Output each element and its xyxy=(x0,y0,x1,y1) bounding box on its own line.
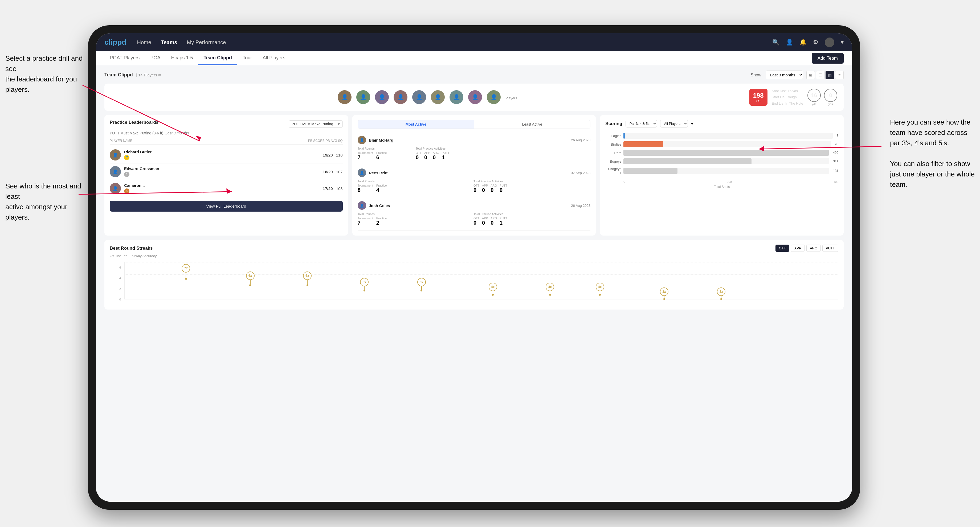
filter-putt[interactable]: PUTT xyxy=(822,244,838,252)
lb-avatar-3: 👤 xyxy=(110,183,121,194)
nav-icons: 🔍 👤 🔔 ⚙ ▾ xyxy=(772,38,844,47)
shot-distance: 16 yds 0 yds xyxy=(807,89,837,106)
bell-icon[interactable]: 🔔 xyxy=(799,39,807,46)
lb-dropdown[interactable]: PUTT Must Make Putting... ▾ xyxy=(289,120,343,128)
activity-stats-3: Total Rounds Tournament7 Practice2 Total… xyxy=(358,213,591,227)
tab-pgat-players[interactable]: PGAT Players xyxy=(104,51,145,65)
view-table-btn[interactable]: ≡ xyxy=(835,71,844,79)
streaks-plot-area: 7x 6x 6x xyxy=(124,262,838,300)
streak-point-3: 6x xyxy=(303,271,312,286)
player-avatar-8[interactable]: 👤 xyxy=(468,90,482,104)
shot-badge: 198 SC xyxy=(749,89,767,106)
nav-my-performance[interactable]: My Performance xyxy=(187,40,226,46)
view-full-leaderboard-button[interactable]: View Full Leaderboard xyxy=(110,201,343,211)
tab-hcaps[interactable]: Hcaps 1-5 xyxy=(165,51,198,65)
streak-point-1: 7x xyxy=(181,264,190,280)
lb-avg-2: 107 xyxy=(336,170,343,174)
lb-avg-1: 110 xyxy=(336,153,343,157)
player-avatar-5[interactable]: 👤 xyxy=(412,90,426,104)
annotation-top-right: Here you can see how the team have score… xyxy=(890,117,975,190)
bar-fill-pars xyxy=(624,150,829,156)
tab-team-clippd[interactable]: Team Clippd xyxy=(198,51,237,65)
tablet-screen: clippd Home Teams My Performance 🔍 👤 🔔 ⚙… xyxy=(96,33,852,502)
streak-point-6: 4x xyxy=(488,283,497,296)
activity-stats-2: Total Rounds Tournament8 Practice4 Total… xyxy=(358,179,591,195)
nav-links: Home Teams My Performance xyxy=(137,40,772,46)
lb-columns-header: PLAYER NAME PB SCORE PB AVG SQ xyxy=(110,139,343,144)
streaks-y-axis: 6 4 2 0 xyxy=(110,262,123,305)
scoring-title: Scoring xyxy=(605,121,622,126)
nav-teams[interactable]: Teams xyxy=(161,40,177,46)
player-avatar-7[interactable]: 👤 xyxy=(450,90,463,104)
lb-player-info-2: Edward Crossman 2 xyxy=(124,167,320,177)
bar-fill-birdies xyxy=(624,141,663,147)
activity-player-3: 👤 Josh Coles 26 Aug 2023 Total Rounds To… xyxy=(358,198,591,231)
nav-home[interactable]: Home xyxy=(137,40,151,46)
nav-logo: clippd xyxy=(104,38,126,46)
player-avatar-9[interactable]: 👤 xyxy=(487,90,501,104)
lb-row-3: 👤 Cameron... 3 17/20 103 xyxy=(110,180,343,197)
bar-val-pars: 499 xyxy=(833,151,838,155)
filter-app[interactable]: APP xyxy=(791,244,805,252)
scoring-par-filter[interactable]: Par 3, 4 & 5s xyxy=(625,120,657,127)
bar-eagles: Eagles 3 xyxy=(605,133,838,139)
bar-fill-bogeys xyxy=(624,158,751,164)
add-team-button[interactable]: Add Team xyxy=(812,53,844,63)
activity-tabs: Most Active Least Active xyxy=(358,120,591,129)
scoring-player-filter[interactable]: All Players xyxy=(660,120,688,127)
streaks-chart: 6 4 2 0 7x xyxy=(110,262,838,305)
activity-player-3-header: 👤 Josh Coles 26 Aug 2023 xyxy=(358,201,591,210)
streaks-header: Best Round Streaks OTT APP ARG PUTT xyxy=(110,244,838,252)
lb-score-2: 18/20 xyxy=(323,170,333,174)
activity-name-3: Josh Coles xyxy=(369,203,390,208)
chart-axis: 0 200 400 xyxy=(605,180,838,183)
lb-row-2: 👤 Edward Crossman 2 18/20 107 xyxy=(110,163,343,180)
lb-header: Practice Leaderboards PUTT Must Make Put… xyxy=(110,120,343,128)
chevron-down-icon[interactable]: ▾ xyxy=(841,39,844,46)
bar-val-dbogeys: 131 xyxy=(833,169,838,173)
tab-pga[interactable]: PGA xyxy=(145,51,165,65)
subnav: PGAT Players PGA Hcaps 1-5 Team Clippd T… xyxy=(96,51,852,65)
view-grid-btn[interactable]: ⊞ xyxy=(807,71,815,79)
activity-panel: Most Active Least Active 👤 Blair McHarg … xyxy=(352,115,596,236)
streak-point-4: 5x xyxy=(360,278,369,291)
users-icon[interactable]: 👤 xyxy=(786,39,793,46)
player-avatar-4[interactable]: 👤 xyxy=(394,90,407,104)
filter-ott[interactable]: OTT xyxy=(775,244,789,252)
lb-avg-3: 103 xyxy=(336,186,343,191)
filter-arg[interactable]: ARG xyxy=(807,244,821,252)
annotation-bottom-left: See who is the most and least active amo… xyxy=(5,181,83,222)
activity-date-1: 26 Aug 2023 xyxy=(571,138,590,142)
activity-stats-1: Total Rounds Tournament7 Practice6 Total… xyxy=(358,147,591,162)
lb-score-1: 19/20 xyxy=(323,153,333,157)
tab-tour[interactable]: Tour xyxy=(237,51,257,65)
player-avatar-3[interactable]: 👤 xyxy=(375,90,389,104)
view-card-btn[interactable]: ▦ xyxy=(826,71,834,79)
view-list-btn[interactable]: ☰ xyxy=(816,71,824,79)
players-row: 👤 👤 👤 👤 👤 👤 👤 👤 👤 Players 198 SC xyxy=(104,84,844,111)
scoring-header: Scoring Par 3, 4 & 5s All Players ▾ xyxy=(605,120,838,127)
lb-row-1: 👤 Richard Butler 🏅 19/20 110 xyxy=(110,147,343,163)
activity-avatar-2: 👤 xyxy=(358,168,366,177)
shot-info: Shot Dist: 16 yds Start Lie: Rough End L… xyxy=(772,88,803,106)
bar-fill-dbogeys xyxy=(624,168,677,174)
player-avatar-6[interactable]: 👤 xyxy=(431,90,445,104)
streak-point-9: 3x xyxy=(660,287,668,300)
tab-least-active[interactable]: Least Active xyxy=(474,120,590,129)
streaks-filters: OTT APP ARG PUTT xyxy=(775,244,838,252)
tab-all-players[interactable]: All Players xyxy=(257,51,291,65)
activity-player-1-header: 👤 Blair McHarg 26 Aug 2023 xyxy=(358,136,591,144)
chart-title: Total Shots xyxy=(605,185,838,189)
user-avatar[interactable] xyxy=(825,38,834,47)
activity-player-2-header: 👤 Rees Britt 02 Sep 2023 xyxy=(358,168,591,177)
activity-player-2: 👤 Rees Britt 02 Sep 2023 Total Rounds To… xyxy=(358,165,591,198)
lb-title: Practice Leaderboards xyxy=(110,120,158,125)
chevron-down-icon: ▾ xyxy=(691,121,693,126)
search-icon[interactable]: 🔍 xyxy=(772,39,780,46)
activity-date-3: 26 Aug 2023 xyxy=(571,204,590,208)
player-avatar-1[interactable]: 👤 xyxy=(338,90,352,104)
tab-most-active[interactable]: Most Active xyxy=(358,120,474,129)
show-select[interactable]: Last 3 months xyxy=(765,71,803,79)
settings-icon[interactable]: ⚙ xyxy=(813,39,818,46)
player-avatar-2[interactable]: 👤 xyxy=(356,90,370,104)
